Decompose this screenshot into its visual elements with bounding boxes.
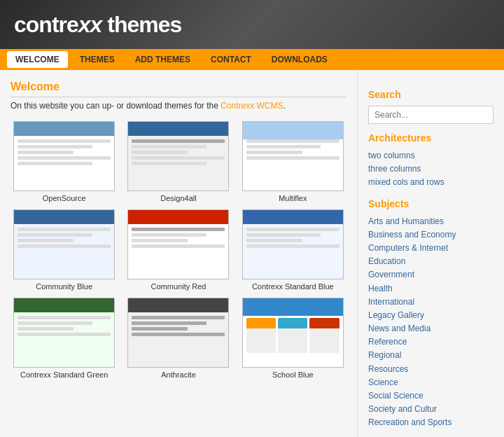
subject-business[interactable]: Business and Economy <box>368 228 493 242</box>
logo-xx: xx <box>78 12 102 37</box>
subject-regional[interactable]: Regional <box>368 349 493 362</box>
subject-resources[interactable]: Resources <box>368 363 493 376</box>
page-title: Welcome <box>10 81 346 97</box>
theme-thumbnail[interactable] <box>127 121 229 191</box>
subject-education[interactable]: Education <box>368 255 493 268</box>
theme-label: Design4all <box>160 194 196 202</box>
subject-recreation[interactable]: Recreation and Sports <box>368 416 493 429</box>
theme-thumbnail[interactable] <box>13 121 115 191</box>
nav-themes[interactable]: THEMES <box>71 51 123 68</box>
nav-welcome[interactable]: WELCOME <box>7 51 68 68</box>
list-item[interactable]: Community Blue <box>10 209 118 291</box>
theme-label: Contrexx Standard Blue <box>252 282 334 291</box>
list-item[interactable]: Anthracite <box>125 298 232 379</box>
search-title: Search <box>368 89 493 100</box>
arch-three-columns[interactable]: three columns <box>368 162 493 176</box>
theme-thumbnail[interactable] <box>13 209 115 279</box>
subject-science[interactable]: Science <box>368 376 493 389</box>
theme-label: Contrexx Standard Green <box>20 370 108 379</box>
nav-bar: WELCOME THEMES ADD THEMES CONTACT DOWNLO… <box>0 49 504 70</box>
subject-social[interactable]: Social Science <box>368 389 493 403</box>
theme-label: Community Blue <box>36 282 92 291</box>
arch-mixed[interactable]: mixed cols and rows <box>368 176 493 189</box>
nav-downloads[interactable]: DOWNLOADS <box>263 51 336 68</box>
logo-text: contrexx themes <box>14 12 181 37</box>
search-input[interactable] <box>368 106 493 124</box>
list-item[interactable]: Contrexx Standard Green <box>10 298 118 379</box>
subject-health[interactable]: Health <box>368 282 493 296</box>
logo[interactable]: contrexx themes <box>14 12 181 38</box>
theme-label: Multiflex <box>279 194 307 202</box>
themes-grid: OpenSource Design4all <box>10 121 346 379</box>
list-item[interactable]: School Blue <box>239 298 346 379</box>
list-item[interactable]: Contrexx Standard Blue <box>239 209 346 291</box>
subject-computers[interactable]: Computers & Internet <box>368 242 493 255</box>
list-item[interactable]: Design4all <box>125 121 232 202</box>
list-item[interactable]: OpenSource <box>10 121 118 202</box>
nav-add-themes[interactable]: ADD THEMES <box>127 51 199 68</box>
theme-label: Community Red <box>151 282 206 291</box>
theme-thumbnail[interactable] <box>242 209 344 279</box>
theme-label: Anthracite <box>161 370 196 379</box>
subjects-title: Subjects <box>368 198 493 209</box>
sidebar: Search Architectures two columns three c… <box>357 70 504 437</box>
arch-two-columns[interactable]: two columns <box>368 149 493 162</box>
theme-thumbnail[interactable] <box>127 209 229 279</box>
nav-contact[interactable]: CONTACT <box>202 51 260 68</box>
subject-international[interactable]: International <box>368 296 493 309</box>
subject-legacy[interactable]: Legacy Gallery <box>368 309 493 322</box>
theme-label: School Blue <box>272 370 314 379</box>
wcms-link[interactable]: Contrexx WCMS <box>220 101 283 111</box>
subject-news[interactable]: News and Media <box>368 322 493 335</box>
logo-rest: themes <box>102 12 181 37</box>
list-item[interactable]: Multiflex <box>239 121 346 202</box>
subject-society[interactable]: Society and Cultur <box>368 403 493 416</box>
header: contrexx themes <box>0 0 504 49</box>
subject-reference[interactable]: Reference <box>368 335 493 349</box>
theme-thumbnail[interactable] <box>13 298 115 368</box>
main-content: Welcome On this website you can up- or d… <box>0 70 504 437</box>
welcome-text: On this website you can up- or download … <box>10 101 346 111</box>
subject-government[interactable]: Government <box>368 268 493 282</box>
content-area: Welcome On this website you can up- or d… <box>0 70 357 437</box>
architectures-title: Architectures <box>368 132 493 144</box>
theme-thumbnail[interactable] <box>242 298 344 368</box>
logo-first: contre <box>14 12 78 37</box>
theme-thumbnail[interactable] <box>242 121 344 191</box>
theme-thumbnail[interactable] <box>127 298 229 368</box>
subject-arts[interactable]: Arts and Humanities <box>368 215 493 228</box>
list-item[interactable]: Community Red <box>125 209 232 291</box>
theme-label: OpenSource <box>43 194 86 202</box>
